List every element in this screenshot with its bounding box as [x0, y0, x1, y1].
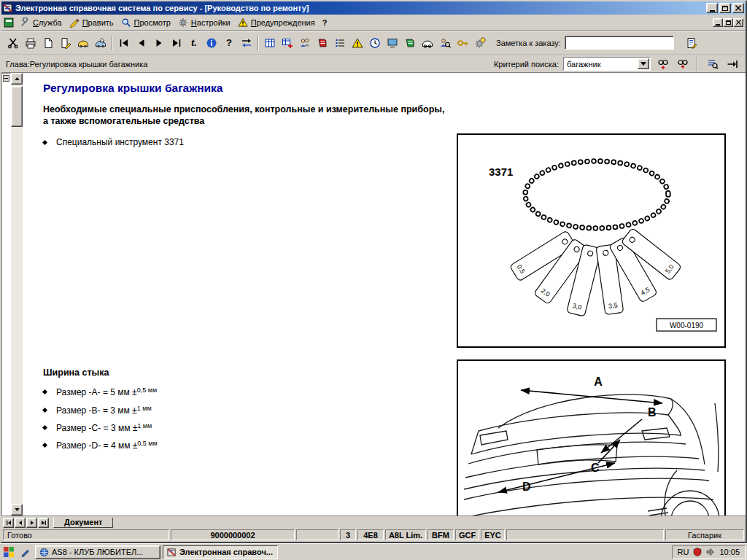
find-prev-icon — [677, 58, 689, 70]
bullet-diamond-icon — [42, 140, 47, 145]
search-list-button[interactable] — [705, 57, 720, 71]
scroll-down-button[interactable] — [11, 504, 23, 516]
tab-bar: Документ — [1, 516, 746, 528]
figure1-ref-label: W00-0190 — [670, 322, 704, 330]
edit-icon — [69, 18, 80, 28]
search-criteria-combobox[interactable]: багажник — [563, 57, 651, 71]
help-icon: ? — [226, 37, 232, 48]
list-button[interactable] — [331, 34, 349, 52]
taskbar-clock[interactable]: 10:05 — [719, 548, 740, 556]
edit-document-icon — [60, 37, 71, 49]
task-button-browser[interactable]: АS8 - КЛУБ ЛЮБИТЕЛ... — [35, 545, 160, 559]
red-book-button[interactable] — [314, 34, 331, 52]
help-button[interactable]: ? — [220, 34, 238, 52]
search-go-icon — [727, 58, 738, 70]
menu-settings[interactable]: Настройки — [175, 16, 235, 29]
search-go-button[interactable] — [724, 57, 740, 71]
sidebar-toggle-icon[interactable] — [3, 75, 9, 82]
combobox-dropdown-button[interactable] — [638, 58, 649, 69]
nav-prev-icon — [136, 37, 147, 49]
nav-first-button[interactable] — [115, 34, 133, 52]
monitor-button[interactable] — [384, 34, 401, 52]
scrollbar-track[interactable] — [11, 85, 23, 504]
status-field-4: BFM — [427, 529, 454, 540]
history-button[interactable]: t. — [185, 34, 203, 52]
menu-service[interactable]: Служба — [17, 16, 66, 29]
status-spacer — [506, 529, 664, 540]
toolbar-separator — [258, 36, 259, 50]
scrollbar-thumb[interactable] — [11, 86, 23, 127]
mdi-close-button[interactable] — [733, 18, 743, 27]
mdi-minimize-button[interactable] — [713, 18, 723, 27]
menu-edit[interactable]: Править — [66, 16, 118, 29]
scroll-up-button[interactable] — [11, 73, 23, 85]
vehicle-outline-button[interactable] — [419, 34, 436, 52]
nav-last-button[interactable] — [168, 34, 185, 52]
contacts-icon — [299, 37, 311, 49]
exit-button[interactable] — [4, 34, 22, 52]
bullet-diamond-icon — [42, 408, 47, 413]
clock-button[interactable] — [366, 34, 384, 52]
quick-launch-pen-icon[interactable] — [18, 545, 33, 559]
sidebar-splitter[interactable] — [1, 73, 11, 516]
mdi-child-icon[interactable] — [4, 18, 14, 28]
settings-icon — [178, 18, 188, 28]
new-document-button[interactable] — [39, 34, 57, 52]
menu-help[interactable]: ? — [320, 17, 332, 28]
arrow-up-icon — [15, 77, 20, 80]
table-add-button[interactable] — [279, 34, 296, 52]
nav-next-icon — [153, 37, 165, 49]
gear-help-button[interactable] — [471, 34, 489, 52]
key-button[interactable] — [454, 34, 471, 52]
tab-first-button[interactable] — [3, 518, 14, 528]
warning-button[interactable] — [349, 34, 366, 52]
tab-next-button[interactable] — [26, 518, 37, 528]
menu-view[interactable]: Просмотр — [118, 16, 175, 29]
tab-document[interactable]: Документ — [53, 518, 113, 528]
tab-last-button[interactable] — [38, 518, 49, 528]
table-button[interactable] — [261, 34, 279, 52]
bullet-diamond-icon — [42, 389, 47, 394]
minimize-button[interactable] — [706, 3, 718, 13]
vertical-scrollbar[interactable] — [11, 73, 23, 516]
toolbar: t. ? Заметка к заказу: — [1, 31, 746, 55]
close-button[interactable] — [732, 3, 744, 13]
view-icon — [121, 18, 131, 28]
info-button[interactable] — [203, 34, 220, 52]
tray-volume-icon[interactable] — [706, 548, 715, 556]
vehicle-icon — [77, 37, 89, 49]
task-button-elsa[interactable]: Электронная справоч... — [163, 545, 278, 559]
edit-document-button[interactable] — [57, 34, 74, 52]
nav-prev-button[interactable] — [133, 34, 150, 52]
dimension-d-text: Размер -D- = 4 мм ±0,5 мм — [56, 440, 158, 451]
maximize-button[interactable] — [719, 3, 731, 13]
green-book-button[interactable] — [401, 34, 419, 52]
print-icon — [25, 37, 36, 49]
new-document-icon — [42, 37, 54, 49]
list-item: Размер -A- = 5 мм ±0,5 мм — [43, 386, 157, 397]
menu-warnings[interactable]: Предупреждения — [235, 16, 320, 29]
order-note-button[interactable] — [683, 34, 700, 52]
find-next-button[interactable] — [655, 57, 670, 71]
figure-tool-3371: 3371 0,5 2,0 3,0 3,5 4,5 5,0 W00-0190 — [457, 133, 726, 348]
vehicle-select-button[interactable] — [92, 34, 109, 52]
info-icon — [206, 37, 217, 49]
mdi-restore-button[interactable] — [723, 18, 733, 27]
close-icon — [735, 5, 741, 11]
vehicle-button[interactable] — [74, 34, 92, 52]
tab-prev-button[interactable] — [15, 518, 26, 528]
order-note-input[interactable] — [565, 36, 674, 50]
list-item: Специальный инструмент 3371 — [43, 137, 184, 147]
nav-next-button[interactable] — [150, 34, 168, 52]
person-search-button[interactable] — [436, 34, 454, 52]
language-indicator[interactable]: RU — [678, 548, 689, 556]
contacts-button[interactable] — [296, 34, 314, 52]
dimension-c-text: Размер -C- = 3 мм ±1 мм — [56, 422, 152, 433]
tray-shield-icon[interactable] — [693, 548, 702, 556]
taskbar-start-icon[interactable] — [1, 545, 16, 559]
print-button[interactable] — [22, 34, 39, 52]
service-icon — [20, 18, 30, 28]
swap-button[interactable] — [238, 34, 255, 52]
status-field-6: EYC — [481, 529, 505, 540]
find-prev-button[interactable] — [675, 57, 690, 71]
